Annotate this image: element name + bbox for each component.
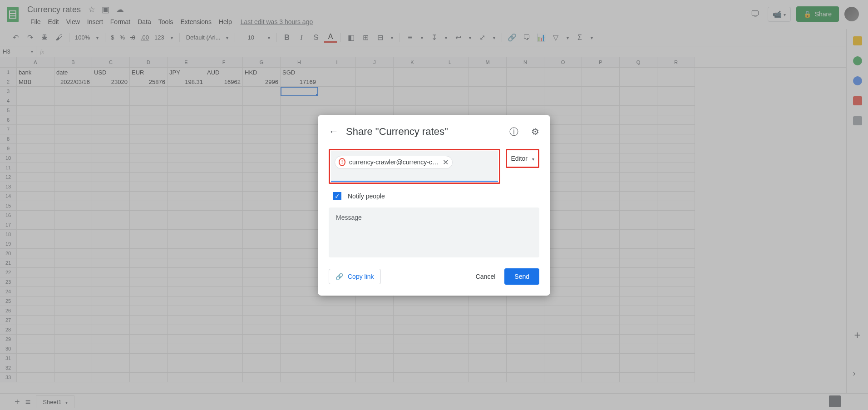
modal-overlay: ← Share "Currency rates" ⓘ ⚙ ! currency-… (0, 0, 868, 410)
message-input[interactable]: Message (329, 207, 539, 257)
copy-link-button[interactable]: 🔗 Copy link (329, 269, 381, 284)
help-icon[interactable]: ⓘ (509, 126, 518, 138)
dialog-footer-right: Cancel Send (476, 268, 539, 285)
highlight-box-role: Editor (506, 149, 539, 168)
role-label: Editor (511, 155, 528, 162)
copy-link-label: Copy link (348, 273, 374, 280)
people-input[interactable]: ! currency-crawler@currency-crawler-36..… (331, 151, 498, 182)
share-dialog: ← Share "Currency rates" ⓘ ⚙ ! currency-… (318, 115, 550, 296)
message-placeholder: Message (336, 214, 362, 221)
remove-chip-icon[interactable]: ✕ (443, 158, 449, 167)
dialog-title: Share "Currency rates" (346, 126, 497, 138)
gear-icon[interactable]: ⚙ (531, 126, 539, 137)
dialog-footer: 🔗 Copy link Cancel Send (329, 268, 539, 285)
share-input-row: ! currency-crawler@currency-crawler-36..… (329, 149, 539, 184)
highlight-box-email: ! currency-crawler@currency-crawler-36..… (329, 149, 500, 184)
notify-row: ✓ Notify people (329, 192, 539, 200)
notify-label: Notify people (348, 193, 385, 200)
role-select[interactable]: Editor (508, 151, 537, 166)
back-icon[interactable]: ← (329, 126, 339, 138)
send-button[interactable]: Send (504, 268, 539, 285)
warning-icon: ! (339, 158, 345, 166)
chevron-down-icon (532, 155, 534, 162)
email-chip[interactable]: ! currency-crawler@currency-crawler-36..… (335, 156, 453, 169)
dialog-header: ← Share "Currency rates" ⓘ ⚙ (329, 126, 539, 138)
cancel-button[interactable]: Cancel (476, 273, 496, 280)
link-icon: 🔗 (335, 273, 343, 280)
notify-checkbox[interactable]: ✓ (333, 192, 341, 200)
chip-email: currency-crawler@currency-crawler-36... (349, 158, 439, 166)
